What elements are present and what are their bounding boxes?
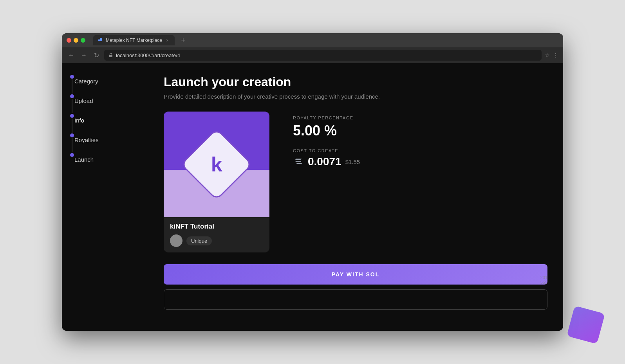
corner-decoration — [567, 306, 605, 344]
step-dot — [70, 153, 74, 157]
sidebar-item-info[interactable]: Info — [70, 114, 140, 133]
app-content: Category Upload Info — [62, 63, 563, 331]
browser-tab[interactable]: Metaplex NFT Marketplace × — [93, 35, 175, 45]
nft-diamond: k — [181, 128, 253, 200]
browser-toolbar: ← → ↻ localhost:3000/#/art/create/4 ☆ ⋮ — [62, 47, 563, 63]
step-label: Upload — [74, 94, 93, 107]
tab-close-button[interactable]: × — [164, 38, 170, 43]
svg-rect-5 — [109, 55, 112, 57]
svg-rect-2 — [100, 38, 102, 39]
cost-sol-value: 0.0071 — [308, 155, 341, 168]
step-label: Category — [74, 75, 98, 88]
coord-x: 201 — [540, 275, 547, 280]
cost-usd-value: $1.55 — [345, 159, 360, 165]
coordinates-overlay: 201 555 — [540, 275, 547, 285]
nft-title: kiNFT Tutorial — [170, 223, 263, 231]
step-dot — [70, 114, 74, 118]
sidebar-item-launch[interactable]: Launch — [70, 153, 140, 166]
secondary-button[interactable] — [164, 289, 547, 310]
step-dot-container — [70, 133, 74, 153]
page-title: Launch your creation — [164, 75, 547, 89]
svg-rect-3 — [100, 39, 102, 40]
tab-favicon — [98, 38, 103, 43]
tab-label: Metaplex NFT Marketplace — [106, 38, 162, 43]
sidebar-item-upload[interactable]: Upload — [70, 94, 140, 114]
royalty-label: ROYALTY PERCENTAGE — [293, 115, 547, 120]
cost-row: 0.0071 $1.55 — [293, 155, 547, 168]
svg-rect-1 — [98, 40, 100, 41]
close-button[interactable] — [67, 38, 71, 43]
button-area: PAY WITH SOL 201 555 — [164, 264, 547, 285]
browser-window: Metaplex NFT Marketplace × + ← → ↻ local… — [62, 33, 563, 331]
royalty-value: 5.00 % — [293, 123, 547, 139]
step-label: Launch — [74, 153, 94, 166]
main-content: Launch your creation Provide detailed de… — [148, 63, 563, 331]
step-dot-container — [70, 153, 74, 157]
step-dot-container — [70, 94, 74, 114]
back-button[interactable]: ← — [67, 50, 76, 60]
page-subtitle: Provide detailed description of your cre… — [164, 93, 547, 100]
svg-rect-0 — [98, 39, 100, 40]
sol-icon — [293, 156, 304, 167]
cost-label: COST TO CREATE — [293, 148, 547, 153]
step-line — [72, 99, 72, 113]
step-label-active: Info — [74, 114, 84, 127]
nft-avatar — [170, 234, 182, 247]
sidebar-item-category[interactable]: Category — [70, 75, 140, 94]
new-tab-button[interactable]: + — [178, 35, 189, 46]
content-row: k kiNFT Tutorial Unique ROYALTY PE — [164, 112, 547, 252]
step-line — [72, 79, 72, 94]
nft-stats: ROYALTY PERCENTAGE 5.00 % COST TO CREATE… — [293, 112, 547, 168]
nft-k-letter: k — [211, 154, 222, 175]
nft-logo: k — [191, 139, 242, 190]
secondary-button-area — [164, 289, 547, 311]
forward-button[interactable]: → — [79, 50, 89, 60]
svg-rect-4 — [100, 40, 102, 41]
maximize-button[interactable] — [81, 38, 85, 43]
nft-tags: Unique — [170, 234, 263, 247]
sidebar-steps: Category Upload Info — [70, 75, 140, 166]
nft-card-image: k — [164, 112, 269, 217]
browser-titlebar: Metaplex NFT Marketplace × + — [62, 33, 563, 47]
nft-unique-tag: Unique — [186, 236, 212, 245]
step-dot — [70, 75, 74, 79]
bookmark-icon[interactable]: ☆ — [545, 52, 550, 58]
step-dot — [70, 133, 74, 137]
toolbar-right: ☆ ⋮ — [545, 52, 558, 58]
url-bar[interactable]: localhost:3000/#/art/create/4 — [104, 50, 542, 61]
step-dot-container — [70, 75, 74, 94]
step-dot-container — [70, 114, 74, 133]
sidebar: Category Upload Info — [62, 63, 148, 331]
pay-with-sol-button[interactable]: PAY WITH SOL — [164, 264, 547, 285]
step-dot — [70, 94, 74, 98]
lock-icon — [108, 52, 114, 58]
nft-card: k kiNFT Tutorial Unique — [164, 112, 269, 252]
step-line — [72, 119, 72, 133]
extensions-icon[interactable]: ⋮ — [553, 52, 558, 58]
nft-card-info: kiNFT Tutorial Unique — [164, 217, 269, 252]
traffic-lights — [67, 38, 85, 43]
step-label: Royalties — [74, 133, 99, 146]
minimize-button[interactable] — [74, 38, 78, 43]
url-text: localhost:3000/#/art/create/4 — [116, 52, 180, 58]
reload-button[interactable]: ↻ — [92, 50, 101, 60]
coord-y: 555 — [540, 280, 547, 285]
step-line — [72, 138, 72, 152]
sidebar-item-royalties[interactable]: Royalties — [70, 133, 140, 153]
